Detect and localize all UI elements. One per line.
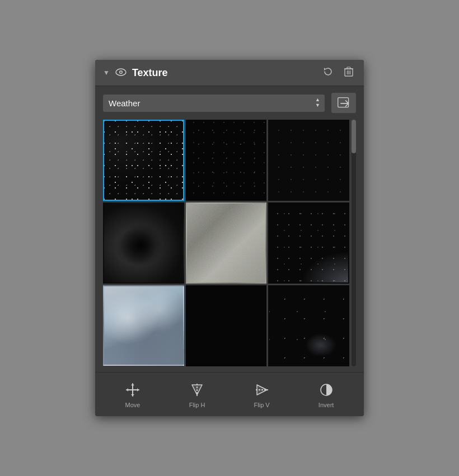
import-button[interactable] xyxy=(331,93,356,113)
texture-cell-4[interactable] xyxy=(186,202,267,284)
texture-grid-area xyxy=(95,120,364,366)
fliph-tool-label: Flip H xyxy=(189,402,205,408)
texture-cell-7[interactable] xyxy=(186,285,267,366)
fliph-tool-button[interactable]: Flip H xyxy=(182,380,212,411)
category-dropdown-container: Weather Metal Fabric Stone Wood Organic … xyxy=(103,95,325,112)
reset-icon[interactable] xyxy=(320,65,336,80)
texture-cell-5[interactable] xyxy=(268,202,349,284)
invert-icon xyxy=(319,383,334,399)
move-icon xyxy=(125,383,140,399)
texture-cell-0[interactable] xyxy=(103,120,184,201)
flipv-tool-label: Flip V xyxy=(254,402,270,408)
flipv-tool-button[interactable]: Flip V xyxy=(247,380,277,411)
bottom-toolbar: Move Flip H Flip V xyxy=(95,372,364,416)
trash-icon[interactable] xyxy=(341,65,356,80)
texture-cell-2[interactable] xyxy=(268,120,349,201)
fliph-icon xyxy=(190,383,204,399)
flipv-icon xyxy=(255,383,269,399)
toolbar-row: Weather Metal Fabric Stone Wood Organic … xyxy=(95,86,364,120)
visibility-eye-icon[interactable] xyxy=(115,67,127,79)
texture-cell-3[interactable] xyxy=(103,202,184,284)
panel-header: ▼ Texture xyxy=(95,60,364,86)
collapse-chevron-icon[interactable]: ▼ xyxy=(103,69,110,77)
move-tool-label: Move xyxy=(125,402,140,408)
category-dropdown[interactable]: Weather Metal Fabric Stone Wood Organic xyxy=(103,95,325,112)
move-tool-button[interactable]: Move xyxy=(119,380,147,411)
svg-rect-9 xyxy=(338,98,349,107)
svg-rect-5 xyxy=(347,67,350,69)
scrollbar-thumb[interactable] xyxy=(352,120,356,153)
dropdown-wrapper: Weather Metal Fabric Stone Wood Organic … xyxy=(103,95,325,112)
invert-tool-label: Invert xyxy=(319,402,334,408)
texture-cell-8[interactable] xyxy=(268,285,349,366)
texture-cell-1[interactable] xyxy=(186,120,267,201)
svg-point-2 xyxy=(120,71,121,73)
texture-panel: ▼ Texture xyxy=(95,60,364,416)
texture-grid xyxy=(103,120,349,366)
scrollbar-track[interactable] xyxy=(352,120,356,366)
texture-cell-6[interactable] xyxy=(103,285,184,366)
invert-tool-button[interactable]: Invert xyxy=(312,380,341,411)
panel-title: Texture xyxy=(132,67,315,79)
